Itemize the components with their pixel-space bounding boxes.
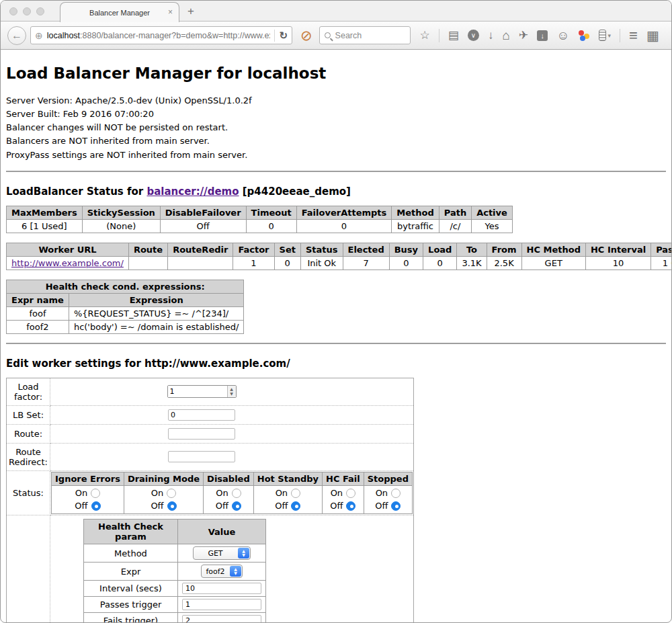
col-path: Path [439,206,471,219]
url-bar[interactable]: ⊕ localhost:8880/balancer-manager?b=demo… [30,26,292,44]
load-factor-stepper[interactable]: ▲▼ [167,385,237,398]
stopped-on-radio[interactable] [391,489,401,498]
draining-mode-radios: On Off [124,485,203,514]
content-blocked-icon[interactable]: ⊘ [300,28,312,44]
new-tab-button[interactable]: + [187,5,194,18]
table-row: http://www.example.com/ 1 0 Init Ok 7 0 … [7,256,672,269]
table-title-row: Health check cond. expressions: [7,280,244,293]
save-to-device-icon[interactable]: ↓ [537,30,548,41]
stopped-off-radio[interactable] [391,501,401,511]
zoom-window-button[interactable] [36,7,44,15]
draining-mode-on-radio[interactable] [167,489,176,498]
cell-worker-url: http://www.example.com/ [7,256,129,269]
cell-failoverattempts: 0 [296,219,392,233]
battery-extension-icon[interactable]: ▾ [599,30,612,41]
on-label: On [376,487,388,500]
stepper-arrows-icon[interactable]: ▲▼ [227,386,236,397]
hc-row-fails: Fails trigger) [84,613,266,623]
route-redirect-cell [50,443,414,470]
col-from: From [487,243,521,256]
url-path: :8880/balancer-manager?b=demo&w=http://w… [80,31,270,40]
cell-load: 0 [423,256,457,269]
col-load: Load [423,243,457,256]
status-options-table: Ignore Errors Draining Mode Disabled Hot… [51,472,413,515]
hc-header-row: Health Check param Value [84,520,266,544]
ignore-errors-off-radio[interactable] [91,501,101,511]
hc-row-expr: Expr foof2 ▲▼ [84,563,266,581]
colorful-extension-icon[interactable] [579,30,590,41]
cell-disablefailover: Off [160,219,246,233]
ignore-errors-radios: On Off [52,485,124,514]
edit-worker-form: Load factor: ▲▼ LB Set: Route: [6,378,414,623]
off-label: Off [216,500,228,513]
browser-window: Balancer Manager × + ← ⊕ localhost:8880/… [0,0,672,623]
load-factor-input[interactable] [168,386,227,397]
pocket-icon[interactable]: ∨ [468,30,479,41]
battery-glyph [599,30,606,41]
form-row-health-check: Health Check param Value Method GET ▲▼ [7,515,414,623]
table-row: 6 [1 Used] (None) Off 0 0 bytraffic /c/ … [7,219,513,233]
hamburger-menu-icon[interactable]: ≡ [629,27,638,44]
globe-icon: ⊕ [35,30,43,41]
bookmark-star-icon[interactable]: ☆ [420,30,430,41]
reload-icon[interactable]: ↻ [279,30,288,42]
passes-label: Passes trigger [84,597,178,613]
fails-input[interactable] [182,615,261,623]
col-disablefailover: DisableFailover [160,206,246,219]
hc-fail-off-radio[interactable] [346,501,355,511]
urlbar-divider [274,30,275,42]
lb-set-input[interactable] [168,409,235,421]
col-method: Method [392,206,439,219]
off-label: Off [375,500,388,513]
cell-passes: 1 (0) [651,256,672,269]
col-ignore-errors: Ignore Errors [52,472,124,485]
bookmarks-grid-icon[interactable]: ▦ [646,29,659,42]
route-redirect-input[interactable] [168,451,235,462]
cell-hc-method: GET [521,256,585,269]
hot-standby-on-radio[interactable] [291,489,300,498]
health-check-expressions-table: Health check cond. expressions: Expr nam… [6,280,244,334]
route-input[interactable] [168,428,235,440]
back-button[interactable]: ← [7,26,26,45]
minimize-window-button[interactable] [23,7,31,15]
tab-close-icon[interactable]: × [168,7,173,17]
interval-input[interactable] [182,583,261,594]
method-select[interactable]: GET ▲▼ [193,546,251,560]
ignore-errors-on-radio[interactable] [91,489,100,498]
send-icon[interactable]: ✈ [519,30,528,41]
window-controls[interactable] [9,7,44,15]
balancer-demo-link[interactable]: balancer://demo [146,185,239,198]
tab-balancer-manager[interactable]: Balancer Manager × [60,2,179,22]
fails-cell [178,613,266,623]
downloads-icon[interactable]: ↓ [488,30,494,41]
cell-to: 3.1K [457,256,487,269]
disabled-on-radio[interactable] [232,489,241,498]
server-built-line: Server Built: Feb 9 2016 07:00:20 [6,108,666,121]
col-draining-mode: Draining Mode [124,472,203,485]
home-icon[interactable]: ⌂ [502,29,509,42]
load-factor-cell: ▲▼ [50,378,414,405]
col-timeout: Timeout [246,206,296,219]
close-window-button[interactable] [9,7,17,15]
expr-select[interactable]: foof2 ▲▼ [201,565,243,578]
hc-fail-on-radio[interactable] [346,489,355,498]
reading-list-icon[interactable]: ▤ [448,30,459,41]
hot-standby-off-radio[interactable] [291,501,300,511]
passes-input[interactable] [182,599,261,610]
cell-active: Yes [472,219,513,233]
disabled-off-radio[interactable] [232,501,241,511]
search-bar[interactable]: Search [319,26,411,44]
col-active: Active [472,206,513,219]
chat-smiley-icon[interactable]: ☺ [556,29,569,42]
passes-cell [178,597,266,613]
edit-worker-heading: Edit worker settings for http://www.exam… [6,358,666,370]
hc-row-passes: Passes trigger [84,597,266,613]
expr-cell: foof2 ▲▼ [178,563,266,581]
worker-url-link[interactable]: http://www.example.com/ [11,258,124,268]
url-text[interactable]: localhost:8880/balancer-manager?b=demo&w… [47,31,271,40]
table-header-row: Worker URL Route RouteRedir Factor Set S… [7,243,672,256]
toolbar-divider [439,29,439,42]
draining-mode-off-radio[interactable] [167,501,177,511]
hc-row-method: Method GET ▲▼ [84,544,266,563]
health-check-label-cell [7,515,50,623]
